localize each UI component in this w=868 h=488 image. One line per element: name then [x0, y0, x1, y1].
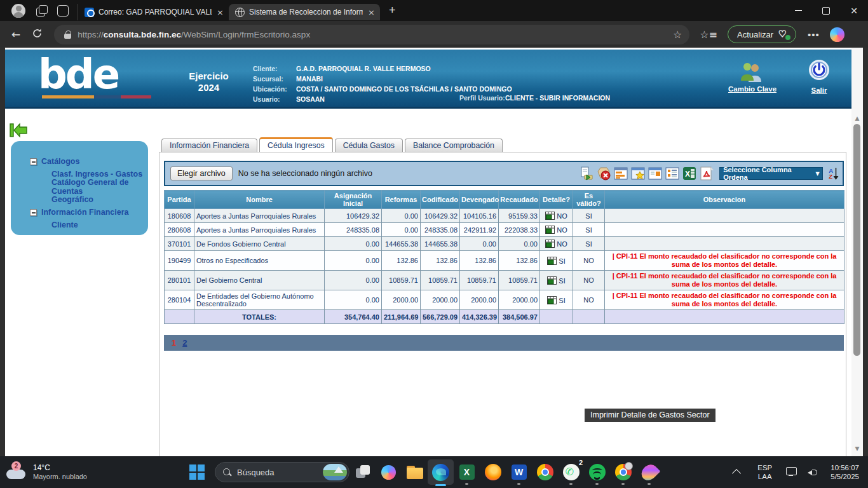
- col-reformas[interactable]: Reformas: [382, 191, 421, 209]
- favorites-icon[interactable]: ☆≡: [700, 29, 717, 41]
- tab-close-icon[interactable]: ×: [368, 8, 375, 17]
- power-icon[interactable]: [808, 58, 831, 81]
- scrollbar-thumb[interactable]: [853, 124, 860, 356]
- refresh-button[interactable]: [32, 28, 43, 41]
- cell-observacion: [605, 237, 844, 251]
- collapse-menu-arrow-icon[interactable]: [9, 123, 28, 138]
- cell-nombre: Del Gobierno Central: [194, 271, 325, 290]
- web-page: bde Ejercicio2024 Cliente:G.A.D. PARROQU…: [0, 48, 868, 456]
- sidebar-item-informacion-financiera[interactable]: Información Financiera: [30, 206, 148, 219]
- cambio-clave-link[interactable]: Cambio Clave: [722, 85, 783, 93]
- tray-chevron-up-icon[interactable]: [732, 469, 741, 478]
- col-recaudado[interactable]: Recaudado: [499, 191, 540, 209]
- tab-close-icon[interactable]: ×: [217, 8, 224, 17]
- page-1-current[interactable]: 1: [172, 338, 176, 348]
- table-row: 180608 Aportes a Juntas Parroquiales Rur…: [165, 209, 844, 223]
- cell-reformas: 144655.38: [382, 237, 421, 251]
- salir-link[interactable]: Salir: [804, 86, 834, 94]
- window-close-button[interactable]: ✕: [840, 0, 868, 21]
- window-minimize-button[interactable]: [784, 0, 812, 21]
- page-2-link[interactable]: 2: [182, 338, 187, 348]
- cancel-icon[interactable]: [597, 166, 611, 180]
- page-scrollbar[interactable]: ▲ ▼: [851, 48, 863, 456]
- taskbar-whatsapp[interactable]: 2: [558, 458, 584, 487]
- tab-actions-icon[interactable]: [57, 5, 69, 17]
- taskbar-spotify[interactable]: [584, 458, 610, 487]
- data-grid-icon[interactable]: [614, 166, 628, 180]
- sort-column-dropdown[interactable]: Seleccione Columna Ordena ▼: [719, 167, 823, 180]
- taskbar-file-explorer[interactable]: [402, 458, 428, 487]
- choose-file-button[interactable]: Elegir archivo: [170, 166, 233, 180]
- browser-tab-correo[interactable]: Correo: GAD PARROQUIAL VALLE ×: [78, 4, 229, 20]
- detail-grid-icon[interactable]: [545, 212, 555, 220]
- scroll-up-icon[interactable]: ▲: [851, 115, 863, 121]
- language-indicator[interactable]: ESPLAA: [757, 463, 772, 481]
- browser-health-icon: [778, 30, 789, 39]
- task-view-button[interactable]: [349, 458, 376, 487]
- taskbar-edge[interactable]: [428, 459, 454, 485]
- col-detalle[interactable]: Detalle?: [540, 191, 573, 209]
- col-asignacion[interactable]: Asignación Inicial: [325, 191, 382, 209]
- export-pdf-icon[interactable]: [700, 166, 714, 180]
- taskbar-search[interactable]: Búsqueda: [215, 462, 349, 482]
- detail-grid-icon[interactable]: [547, 296, 557, 304]
- weather-widget[interactable]: 2 14°C Mayorm. nublado: [6, 463, 133, 481]
- taskbar-paint-app[interactable]: [636, 458, 662, 487]
- whatsapp-badge: 2: [579, 459, 583, 466]
- collapse-expander-icon[interactable]: [30, 209, 37, 216]
- col-codificado[interactable]: Codificado: [421, 191, 460, 209]
- tab-cedula-ingresos[interactable]: Cédula Ingresos: [259, 137, 333, 152]
- browser-menu-icon[interactable]: •••: [808, 29, 820, 40]
- detail-grid-icon[interactable]: [547, 276, 557, 285]
- scroll-down-icon[interactable]: ▼: [851, 445, 863, 452]
- search-highlight-image[interactable]: [323, 464, 347, 480]
- export-excel-icon[interactable]: X: [682, 166, 696, 180]
- window-star-icon[interactable]: [631, 166, 645, 180]
- lock-icon[interactable]: [64, 30, 71, 39]
- col-partida[interactable]: Partida: [165, 191, 194, 209]
- detail-grid-icon[interactable]: [545, 226, 555, 234]
- taskbar-word[interactable]: W: [506, 458, 532, 487]
- copilot-icon[interactable]: [830, 27, 844, 42]
- tab-cedula-gastos[interactable]: Cédula Gastos: [335, 139, 403, 152]
- task-view-icon: [356, 465, 370, 479]
- taskbar-firefox[interactable]: [480, 458, 506, 487]
- sidebar-item-catalogos[interactable]: Catálogos: [30, 155, 148, 168]
- total-devengado: 414,326.39: [460, 310, 499, 324]
- actualizar-button[interactable]: Actualizar: [728, 25, 796, 43]
- taskbar-excel[interactable]: X: [454, 458, 480, 487]
- sidebar-item-catalogo-general-cuentas[interactable]: Catálogo General de Cuentas: [30, 180, 148, 193]
- detail-grid-icon[interactable]: [547, 257, 557, 265]
- taskbar-chrome-profile[interactable]: [610, 458, 636, 487]
- system-tray: ESPLAA 10:56:07 5/5/2025: [733, 463, 868, 481]
- sidebar-item-cliente[interactable]: Cliente: [30, 219, 148, 231]
- browser-tab-sistema[interactable]: Sistema de Recoleccion de Inform ×: [229, 4, 380, 20]
- new-tab-button[interactable]: +: [389, 4, 396, 17]
- upload-document-icon[interactable]: [580, 166, 593, 180]
- workspaces-icon[interactable]: [36, 5, 47, 17]
- network-icon[interactable]: [786, 467, 799, 477]
- list-details-icon[interactable]: [665, 166, 679, 180]
- taskbar-chrome[interactable]: [532, 458, 558, 487]
- cell-devengado: 132.86: [460, 251, 499, 271]
- window-maximize-button[interactable]: [812, 0, 840, 21]
- col-devengado[interactable]: Devengado: [460, 191, 499, 209]
- address-bar[interactable]: https://consulta.bde.fin.ec/WebSim/Login…: [54, 25, 689, 44]
- window-panel-icon[interactable]: [648, 166, 662, 180]
- col-es-valido[interactable]: Es válido?: [573, 191, 605, 209]
- detail-grid-icon[interactable]: [545, 240, 555, 248]
- collapse-expander-icon[interactable]: [30, 158, 37, 165]
- volume-icon[interactable]: [808, 467, 819, 477]
- browser-profile-avatar[interactable]: [11, 4, 25, 18]
- tab-balance-comprobacion[interactable]: Balance Comprobación: [405, 139, 503, 152]
- taskbar-copilot[interactable]: [376, 458, 402, 487]
- clock[interactable]: 10:56:07 5/5/2025: [831, 463, 859, 481]
- table-row: 280104 De Entidades del Gobierno Autónom…: [165, 290, 844, 310]
- tab-informacion-financiera[interactable]: Información Financiera: [161, 139, 257, 152]
- bookmark-star-icon[interactable]: ☆: [673, 29, 682, 41]
- sort-az-icon[interactable]: AZ: [829, 168, 839, 180]
- col-observacion[interactable]: Observacion: [605, 191, 844, 209]
- col-nombre[interactable]: Nombre: [194, 191, 325, 209]
- back-button[interactable]: ←: [11, 28, 20, 41]
- start-button[interactable]: [189, 464, 205, 480]
